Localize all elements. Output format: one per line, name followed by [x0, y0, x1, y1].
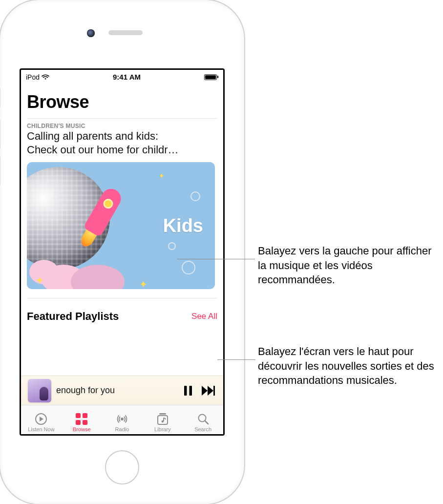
play-circle-icon	[34, 413, 48, 425]
svg-marker-6	[40, 417, 43, 421]
now-playing-title: enough for you	[56, 385, 175, 396]
page-title: Browse	[27, 92, 217, 112]
tab-label: Library	[154, 426, 171, 432]
tab-label: Search	[194, 426, 211, 432]
next-track-button[interactable]	[201, 383, 216, 399]
screen: iPod 9:41 AM Browse	[20, 68, 225, 436]
svg-point-11	[121, 418, 124, 420]
star-graphic: ✦	[36, 274, 44, 286]
volume-down-button[interactable]	[0, 156, 0, 186]
svg-rect-10	[83, 420, 87, 425]
star-graphic: ✦	[139, 278, 148, 289]
radio-icon	[115, 413, 129, 425]
earpiece-speaker	[108, 30, 143, 35]
wifi-icon	[42, 74, 49, 80]
feature-subtitle: Check out our home for childr…	[27, 143, 215, 157]
device-frame: iPod 9:41 AM Browse	[0, 0, 244, 504]
tab-bar: Listen Now Browse	[21, 405, 223, 434]
browse-content[interactable]: Browse CHILDREN'S MUSIC Calling all pare…	[21, 82, 223, 376]
feature-title: Calling all parents and kids:	[27, 129, 215, 143]
cloud-graphic	[71, 265, 125, 289]
divider	[27, 118, 217, 119]
tab-browse[interactable]: Browse	[64, 413, 99, 432]
svg-point-14	[161, 420, 163, 422]
status-time: 9:41 AM	[113, 73, 141, 81]
device-label: iPod	[26, 73, 40, 81]
sleep-wake-button[interactable]	[0, 88, 0, 107]
feature-eyebrow: CHILDREN'S MUSIC	[27, 123, 215, 129]
cloud-graphic	[29, 260, 59, 284]
featured-carousel[interactable]: CHILDREN'S MUSIC Calling all parents and…	[27, 123, 217, 289]
feature-artwork[interactable]: ✦ ✦ ✦ Kids	[27, 162, 215, 289]
divider	[27, 298, 217, 298]
tab-library[interactable]: Library	[146, 413, 180, 432]
tab-search[interactable]: Search	[186, 413, 220, 432]
feature-card[interactable]: CHILDREN'S MUSIC Calling all parents and…	[27, 123, 215, 289]
tab-label: Radio	[115, 426, 129, 432]
callout-swipe-left: Balayez vers la gauche pour afficher la …	[258, 244, 439, 287]
pause-button[interactable]	[180, 383, 196, 399]
library-icon	[156, 413, 169, 425]
svg-rect-0	[184, 386, 187, 396]
featured-playlists-header: Featured Playlists See All	[27, 308, 217, 323]
tab-radio[interactable]: Radio	[105, 413, 139, 432]
svg-rect-4	[213, 386, 215, 396]
now-playing-artwork[interactable]	[28, 379, 51, 402]
home-button[interactable]	[105, 450, 139, 484]
battery-icon	[204, 74, 218, 80]
volume-up-button[interactable]	[0, 120, 0, 149]
svg-marker-2	[202, 386, 208, 396]
svg-rect-1	[190, 386, 192, 396]
feature-art-label: Kids	[163, 215, 203, 236]
front-camera	[87, 29, 95, 37]
svg-rect-12	[159, 413, 166, 415]
callout-swipe-up: Balayez l'écran vers le haut pour découv…	[258, 344, 439, 388]
star-graphic: ✦	[159, 172, 165, 180]
tab-label: Browse	[73, 426, 91, 432]
search-icon	[196, 413, 210, 425]
see-all-link[interactable]: See All	[191, 312, 217, 321]
svg-rect-9	[76, 420, 81, 425]
svg-rect-7	[76, 413, 81, 418]
svg-rect-13	[158, 416, 168, 424]
bubble-graphic	[190, 191, 200, 201]
section-title: Featured Playlists	[27, 310, 119, 323]
tab-listen-now[interactable]: Listen Now	[24, 413, 58, 432]
now-playing-bar[interactable]: enough for you	[21, 376, 223, 405]
svg-line-16	[205, 421, 208, 424]
svg-marker-3	[208, 386, 213, 396]
callout-leader-line	[217, 359, 255, 360]
browse-grid-icon	[75, 413, 88, 425]
svg-rect-8	[83, 413, 87, 418]
bubble-graphic	[168, 242, 176, 250]
callout-leader-line	[177, 259, 255, 259]
status-bar: iPod 9:41 AM	[21, 70, 223, 82]
bubble-graphic	[182, 261, 195, 274]
tab-label: Listen Now	[28, 426, 54, 432]
